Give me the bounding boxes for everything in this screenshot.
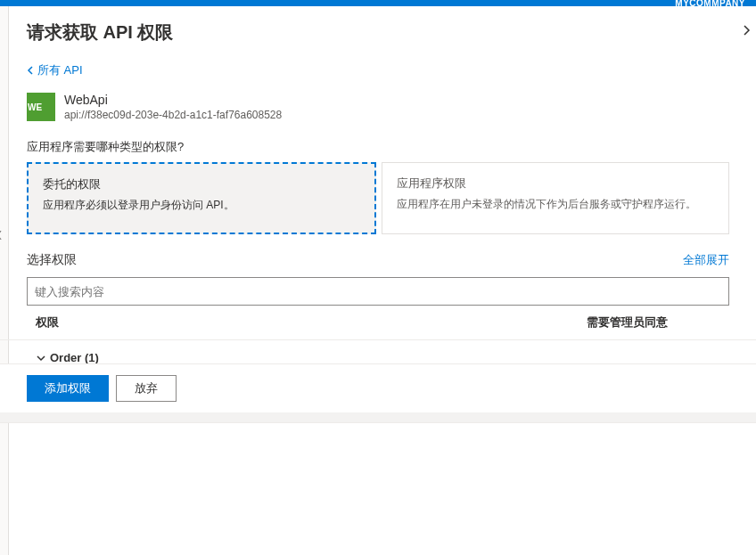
select-permissions-label: 选择权限	[27, 252, 77, 268]
column-admin-consent: 需要管理员同意	[587, 314, 729, 331]
api-name: WebApi	[64, 93, 282, 107]
delegated-card-desc: 应用程序必须以登录用户身份访问 API。	[43, 198, 360, 213]
discard-button[interactable]: 放弃	[116, 375, 177, 402]
close-panel-button[interactable]	[740, 24, 752, 39]
group-name: Order (1)	[50, 351, 99, 364]
select-permissions-row: 选择权限 全部展开	[0, 234, 756, 273]
application-card-desc: 应用程序在用户未登录的情况下作为后台服务或守护程序运行。	[397, 197, 714, 212]
column-permission: 权限	[36, 314, 587, 331]
panel-footer: 添加权限 放弃	[0, 363, 756, 412]
application-permissions-card[interactable]: 应用程序权限 应用程序在用户未登录的情况下作为后台服务或守护程序运行。	[382, 162, 729, 234]
request-api-permissions-panel: 请求获取 API 权限 所有 API WE WebApi api://f38ec…	[0, 6, 756, 423]
api-uri: api://f38ec09d-203e-4b2d-a1c1-faf76a6085…	[64, 109, 282, 121]
permission-type-question: 应用程序需要哪种类型的权限?	[0, 125, 756, 162]
api-header: WE WebApi api://f38ec09d-203e-4b2d-a1c1-…	[0, 82, 756, 125]
search-input[interactable]	[35, 285, 721, 298]
permission-type-cards: 委托的权限 应用程序必须以登录用户身份访问 API。 应用程序权限 应用程序在用…	[0, 162, 756, 234]
top-bar: MYCOMMPANY	[0, 0, 756, 6]
chevron-down-icon	[36, 353, 46, 363]
add-permissions-button[interactable]: 添加权限	[27, 375, 109, 402]
chevron-left-icon	[27, 66, 36, 75]
api-app-icon: WE	[27, 93, 55, 121]
permissions-table-header: 权限 需要管理员同意	[0, 306, 756, 340]
application-card-title: 应用程序权限	[397, 175, 714, 192]
delegated-permissions-card[interactable]: 委托的权限 应用程序必须以登录用户身份访问 API。	[27, 162, 376, 234]
back-to-all-apis-link[interactable]: 所有 API	[0, 48, 756, 82]
expand-all-link[interactable]: 全部展开	[683, 252, 729, 268]
back-link-label: 所有 API	[37, 62, 83, 78]
page-title: 请求获取 API 权限	[0, 6, 756, 48]
delegated-card-title: 委托的权限	[43, 176, 360, 192]
search-box[interactable]	[27, 277, 729, 306]
